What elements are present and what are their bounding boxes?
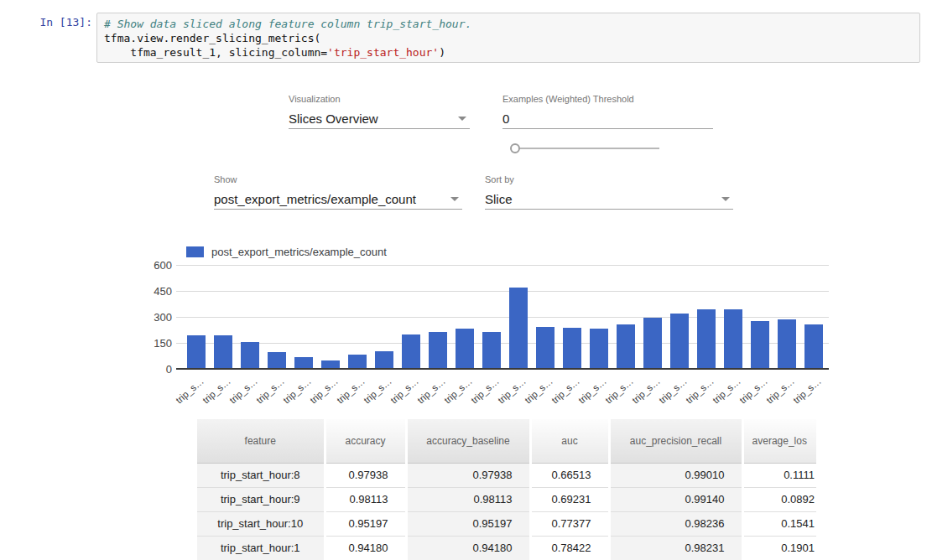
show-metric-select-group: Show post_export_metrics/example_count bbox=[214, 174, 462, 210]
threshold-slider[interactable] bbox=[510, 142, 659, 155]
show-metric-select[interactable]: post_export_metrics/example_count bbox=[214, 189, 462, 210]
x-tick-label: trip_s… bbox=[523, 376, 555, 405]
sort-by-select-group: Sort by Slice bbox=[485, 174, 733, 210]
bar-slice-12[interactable] bbox=[509, 288, 528, 368]
x-tick-label: trip_s… bbox=[174, 376, 206, 405]
chevron-down-icon bbox=[721, 197, 730, 201]
x-tick-label: trip_s… bbox=[737, 376, 769, 405]
column-header-average_los[interactable]: average_los bbox=[742, 419, 816, 463]
metric-cell: 0.95197 bbox=[325, 511, 406, 536]
bar-slice-1[interactable] bbox=[214, 335, 232, 368]
slider-track[interactable] bbox=[518, 148, 659, 149]
bar-slice-7[interactable] bbox=[375, 351, 393, 368]
x-tick-label: trip_s… bbox=[254, 376, 286, 405]
code-comment: # Show data sliced along feature column … bbox=[104, 18, 471, 30]
legend-swatch bbox=[186, 246, 204, 257]
bar-slice-5[interactable] bbox=[321, 360, 340, 368]
metric-cell: 0.97938 bbox=[406, 463, 530, 487]
bar-slice-11[interactable] bbox=[482, 332, 501, 368]
sort-by-select[interactable]: Slice bbox=[485, 189, 733, 210]
metric-cell: 0.0892 bbox=[742, 487, 816, 511]
metric-cell: 0.95197 bbox=[406, 511, 530, 536]
bar-slice-13[interactable] bbox=[536, 327, 555, 368]
threshold-input[interactable]: 0 bbox=[502, 109, 713, 129]
show-selected-value: post_export_metrics/example_count bbox=[214, 189, 416, 209]
bar-slice-22[interactable] bbox=[778, 319, 796, 368]
column-header-accuracy_baseline[interactable]: accuracy_baseline bbox=[406, 419, 530, 463]
metric-cell: 0.69231 bbox=[530, 487, 609, 511]
x-tick-label: trip_s… bbox=[200, 376, 232, 405]
bar-slice-10[interactable] bbox=[456, 329, 474, 368]
x-tick-label: trip_s… bbox=[549, 376, 581, 405]
bar-slice-19[interactable] bbox=[697, 309, 716, 368]
x-tick-label: trip_s… bbox=[469, 376, 501, 405]
bar-slice-4[interactable] bbox=[294, 357, 313, 368]
visualization-label: Visualization bbox=[289, 94, 470, 105]
column-header-auc[interactable]: auc bbox=[530, 419, 609, 463]
threshold-value: 0 bbox=[502, 109, 509, 128]
x-tick-label: trip_s… bbox=[576, 376, 608, 405]
x-tick-label: trip_s… bbox=[496, 376, 528, 405]
chevron-down-icon bbox=[458, 117, 466, 121]
x-tick-label: trip_s… bbox=[388, 376, 420, 405]
x-tick-label: trip_s… bbox=[415, 376, 447, 405]
x-tick-label: trip_s… bbox=[308, 376, 340, 405]
x-tick-label: trip_s… bbox=[657, 376, 689, 405]
bar-slice-3[interactable] bbox=[268, 352, 286, 368]
sort-by-selected-value: Slice bbox=[485, 189, 513, 209]
bar-slice-6[interactable] bbox=[348, 355, 367, 368]
bar-slice-15[interactable] bbox=[590, 329, 608, 368]
feature-cell: trip_start_hour:1 bbox=[197, 536, 325, 560]
sort-by-label: Sort by bbox=[485, 174, 733, 185]
bar-slice-2[interactable] bbox=[241, 342, 259, 368]
y-tick-label: 600 bbox=[133, 259, 172, 272]
visualization-select[interactable]: Slices Overview bbox=[289, 109, 470, 129]
metric-cell: 0.66513 bbox=[530, 463, 609, 487]
chevron-down-icon bbox=[450, 197, 459, 201]
metric-cell: 0.98231 bbox=[609, 536, 742, 560]
bar-slice-21[interactable] bbox=[751, 321, 769, 368]
threshold-input-group: Examples (Weighted) Threshold 0 bbox=[502, 94, 713, 129]
column-header-accuracy[interactable]: accuracy bbox=[325, 419, 406, 463]
feature-cell: trip_start_hour:8 bbox=[197, 463, 325, 487]
code-cell-editor[interactable]: # Show data sliced along feature column … bbox=[96, 13, 920, 63]
bar-slice-16[interactable] bbox=[617, 324, 635, 368]
code-line: ) bbox=[439, 46, 445, 59]
metric-cell: 0.1541 bbox=[742, 511, 816, 536]
show-label: Show bbox=[214, 174, 462, 185]
code-line: tfma.view.render_slicing_metrics( bbox=[104, 32, 320, 44]
table-row: trip_start_hour:90.981130.981130.692310.… bbox=[197, 487, 816, 511]
y-tick-label: 150 bbox=[133, 337, 172, 350]
table-row: trip_start_hour:100.951970.951970.773770… bbox=[197, 511, 816, 536]
bar-slice-9[interactable] bbox=[429, 332, 447, 368]
bar-slice-8[interactable] bbox=[402, 334, 420, 368]
table-row: trip_start_hour:80.979380.979380.665130.… bbox=[197, 463, 816, 487]
code-string-literal: 'trip_start_hour' bbox=[327, 46, 439, 59]
x-tick-label: trip_s… bbox=[335, 376, 367, 405]
slider-thumb[interactable] bbox=[510, 143, 520, 153]
legend-label: post_export_metrics/example_count bbox=[211, 246, 387, 258]
metrics-table: featureaccuracyaccuracy_baselineaucauc_p… bbox=[197, 419, 816, 560]
column-header-auc_precision_recall[interactable]: auc_precision_recall bbox=[609, 419, 742, 463]
x-tick-label: trip_s… bbox=[362, 376, 393, 405]
bar-slice-20[interactable] bbox=[724, 309, 742, 368]
metric-cell: 0.99010 bbox=[609, 463, 742, 487]
y-tick-label: 0 bbox=[133, 363, 172, 376]
cell-execution-prompt: In [13]: bbox=[30, 16, 92, 29]
bar-chart-plot-area bbox=[176, 265, 829, 369]
notebook-output-page: In [13]: # Show data sliced along featur… bbox=[0, 0, 932, 560]
x-tick-label: trip_s… bbox=[684, 376, 716, 405]
bar-slice-0[interactable] bbox=[187, 335, 206, 368]
bar-slice-17[interactable] bbox=[643, 318, 662, 368]
x-axis-line bbox=[176, 368, 829, 370]
table-row: trip_start_hour:10.941800.941800.784220.… bbox=[197, 536, 816, 560]
threshold-label: Examples (Weighted) Threshold bbox=[502, 94, 713, 105]
bar-slice-14[interactable] bbox=[563, 328, 581, 368]
bar-slice-18[interactable] bbox=[670, 314, 689, 368]
metric-cell: 0.94180 bbox=[406, 536, 530, 560]
y-tick-label: 300 bbox=[133, 311, 172, 324]
metric-cell: 0.98236 bbox=[609, 511, 742, 536]
metric-cell: 0.97938 bbox=[325, 463, 406, 487]
column-header-feature[interactable]: feature bbox=[197, 419, 325, 463]
bar-slice-23[interactable] bbox=[804, 324, 823, 368]
